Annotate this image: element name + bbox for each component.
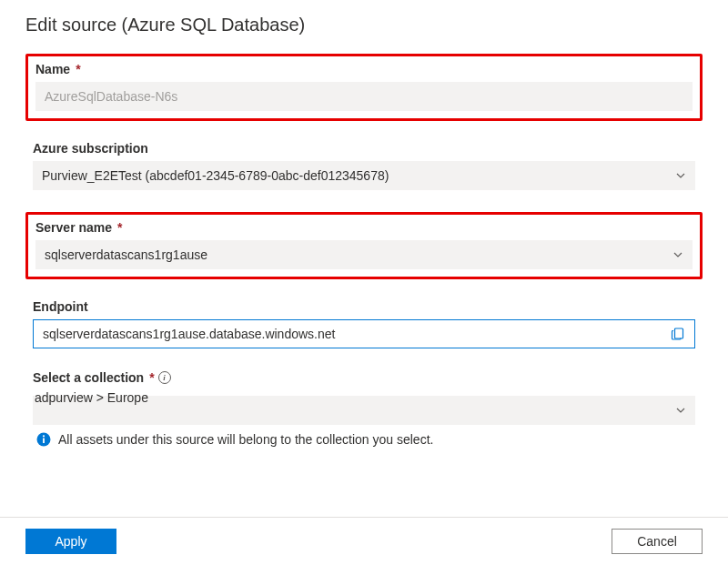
svg-point-3 (43, 435, 45, 437)
chevron-down-icon (672, 249, 683, 260)
required-asterisk: * (117, 220, 122, 235)
endpoint-field-group: Endpoint sqlserverdatascans1rg1ause.data… (25, 294, 703, 356)
svg-rect-0 (675, 328, 683, 338)
copy-icon[interactable] (671, 327, 685, 341)
info-icon[interactable]: i (158, 371, 171, 384)
info-solid-icon (36, 432, 51, 447)
endpoint-input[interactable]: sqlserverdatascans1rg1ause.database.wind… (33, 319, 695, 348)
collection-helper-text: All assets under this source will belong… (58, 432, 433, 447)
required-asterisk: * (149, 370, 154, 385)
server-name-select[interactable]: sqlserverdatascans1rg1ause (35, 240, 693, 269)
server-name-field-group: Server name* sqlserverdatascans1rg1ause (25, 212, 703, 279)
subscription-select[interactable]: Purview_E2ETest (abcdef01-2345-6789-0abc… (33, 161, 695, 190)
collection-field-group: Select a collection* i adpurview > Europ… (25, 370, 703, 447)
collection-helper-row: All assets under this source will belong… (33, 432, 695, 447)
collection-label: Select a collection* i (33, 370, 695, 385)
page-title: Edit source (Azure SQL Database) (25, 15, 703, 35)
name-input: AzureSqlDatabase-N6s (35, 82, 693, 111)
required-asterisk: * (76, 62, 80, 76)
subscription-label: Azure subscription (33, 141, 695, 156)
name-field-group: Name* AzureSqlDatabase-N6s (25, 54, 703, 121)
svg-rect-2 (43, 439, 45, 444)
name-label: Name* (35, 62, 693, 76)
chevron-down-icon (675, 405, 686, 416)
chevron-down-icon (675, 170, 686, 181)
cancel-button[interactable]: Cancel (612, 529, 703, 554)
subscription-field-group: Azure subscription Purview_E2ETest (abcd… (25, 136, 703, 197)
server-name-label: Server name* (35, 220, 693, 235)
footer-bar: Apply Cancel (0, 517, 728, 565)
endpoint-label: Endpoint (33, 299, 695, 314)
apply-button[interactable]: Apply (25, 529, 116, 554)
